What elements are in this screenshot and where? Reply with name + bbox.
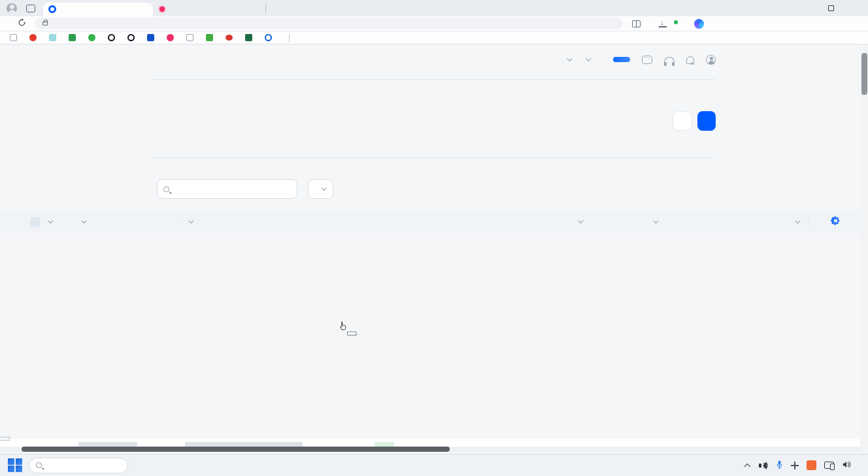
chevron-down-icon (321, 185, 326, 190)
microphone-icon[interactable] (776, 460, 783, 471)
bookmark-item[interactable] (142, 34, 162, 41)
bookmark-favicon (206, 34, 213, 41)
filter-tabs (152, 151, 716, 158)
bookmark-favicon (127, 34, 135, 41)
page-header (152, 111, 716, 131)
search-icon (36, 462, 42, 468)
search-input[interactable] (157, 179, 297, 199)
bookmarks-bar (0, 31, 868, 44)
chevron-down-icon (567, 56, 572, 61)
tab-separator (265, 4, 266, 12)
divider (289, 34, 290, 42)
hand-cursor (338, 320, 348, 333)
language-selector[interactable] (582, 58, 590, 61)
bookmark-item[interactable] (64, 34, 84, 41)
filters-button[interactable] (308, 179, 333, 199)
status-bar-link (0, 437, 10, 441)
taskbar-search[interactable] (29, 458, 128, 473)
bookmark-item[interactable] (84, 34, 103, 41)
page-content (0, 44, 868, 454)
chevron-down-icon (188, 218, 193, 223)
bookmark-favicon (186, 34, 193, 41)
search-icon (163, 186, 169, 192)
seller-header (152, 51, 716, 68)
bookmark-favicon (69, 34, 76, 41)
select-all-checkbox[interactable] (30, 217, 40, 227)
seller-nav (152, 73, 716, 80)
bookmark-favicon (49, 34, 56, 41)
chat-icon[interactable] (642, 56, 652, 64)
bookmark-favicon (265, 34, 272, 41)
profile-avatar-icon[interactable] (7, 3, 17, 14)
restore-button[interactable] (818, 0, 843, 16)
notifications-bell-icon[interactable] (686, 56, 694, 64)
hidden-icons-chevron[interactable] (744, 464, 750, 470)
bookmark-item[interactable] (44, 34, 64, 41)
bookmark-item[interactable] (103, 34, 123, 41)
copilot-icon[interactable] (694, 19, 704, 29)
ozon-product-favicon (158, 5, 166, 13)
partially-visible-row (0, 439, 860, 447)
system-tray (746, 460, 868, 471)
start-button[interactable] (8, 458, 22, 473)
products-table (0, 211, 860, 233)
bookmark-favicon (225, 35, 233, 41)
sogou-input-icon[interactable] (807, 460, 816, 470)
support-headset-icon[interactable] (664, 57, 675, 63)
chevron-down-icon (653, 218, 658, 223)
bookmark-item[interactable] (25, 34, 44, 41)
store-selector[interactable] (563, 58, 571, 61)
bookmark-item[interactable] (123, 34, 142, 41)
ozon-favicon (48, 5, 56, 13)
bookmark-item[interactable] (5, 34, 25, 41)
hover-tooltip (347, 332, 356, 335)
bookmark-item[interactable] (201, 34, 221, 41)
browser-toolbar (0, 16, 868, 31)
vertical-scrollbar-track[interactable] (860, 44, 868, 454)
chevron-down-icon (81, 218, 86, 223)
bookmark-favicon (147, 34, 154, 41)
bookmark-item[interactable] (221, 35, 241, 41)
upgrade-button[interactable] (613, 57, 630, 62)
bookmark-item[interactable] (162, 34, 182, 41)
account-avatar-icon[interactable] (706, 55, 716, 65)
browser-tab-active[interactable] (43, 3, 153, 16)
table-settings-gear-icon[interactable] (830, 215, 841, 228)
table-header-row (0, 211, 860, 233)
bookmark-item[interactable] (241, 34, 260, 41)
close-button[interactable] (843, 0, 868, 16)
add-product-button[interactable] (697, 111, 716, 131)
browser-tab[interactable] (153, 3, 263, 16)
chevron-down-icon (795, 218, 800, 223)
search-row (157, 179, 333, 199)
taskbar (0, 454, 868, 476)
browser-tab-strip (0, 0, 868, 16)
volume-icon[interactable] (842, 460, 851, 471)
horizontal-scrollbar-thumb[interactable] (22, 447, 450, 452)
bookmark-favicon (245, 34, 252, 41)
refresh-button[interactable] (12, 18, 32, 29)
screen-cast-icon[interactable] (824, 462, 834, 469)
bookmark-favicon (167, 34, 174, 41)
bookmark-item[interactable] (260, 34, 280, 41)
chevron-down-icon (48, 218, 53, 223)
chevron-down-icon (586, 56, 591, 61)
bookmark-favicon (88, 34, 95, 41)
speaker-icon[interactable] (759, 462, 768, 469)
download-template-button[interactable] (673, 111, 692, 131)
bookmark-favicon (29, 34, 37, 41)
minimize-button[interactable] (793, 0, 818, 16)
split-screen-icon[interactable] (632, 20, 641, 27)
bookmark-favicon (10, 34, 17, 41)
downloads-icon[interactable] (659, 20, 667, 27)
ime-toolbox-icon[interactable] (791, 462, 799, 469)
lock-icon (42, 22, 48, 26)
bookmark-favicon (108, 34, 115, 41)
workspaces-icon[interactable] (26, 5, 35, 12)
address-bar[interactable] (35, 18, 623, 29)
vertical-scrollbar-thumb[interactable] (861, 53, 867, 95)
bookmark-item[interactable] (182, 34, 201, 41)
